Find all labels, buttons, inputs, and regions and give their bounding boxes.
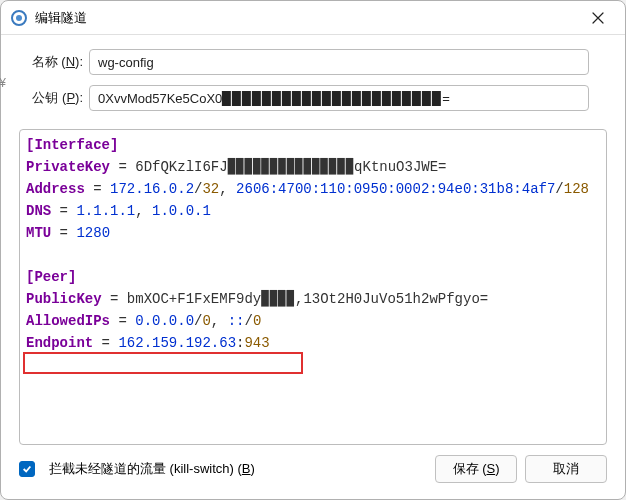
edit-tunnel-dialog: 编辑隧道 P¥ 名称 (N): 公钥 (P): [Interface] Priv… xyxy=(0,0,626,500)
window-title: 编辑隧道 xyxy=(35,9,87,27)
side-label: P¥ xyxy=(0,76,6,90)
name-label: 名称 (N): xyxy=(1,53,89,71)
svg-point-0 xyxy=(16,15,22,21)
close-button[interactable] xyxy=(575,1,621,35)
check-icon xyxy=(22,464,32,474)
footer: 拦截未经隧道的流量 (kill-switch) (B) 保存 (S) 取消 xyxy=(1,445,625,493)
titlebar: 编辑隧道 xyxy=(1,1,625,35)
form-area: 名称 (N): 公钥 (P): xyxy=(1,35,625,129)
pubkey-label: 公钥 (P): xyxy=(1,89,89,107)
app-icon xyxy=(11,10,27,26)
cancel-button[interactable]: 取消 xyxy=(525,455,607,483)
kill-switch-label: 拦截未经隧道的流量 (kill-switch) (B) xyxy=(49,460,255,478)
close-icon xyxy=(592,12,604,24)
config-textarea[interactable]: [Interface] PrivateKey = 6DfQKzlI6FJ▉▉▉▉… xyxy=(19,129,607,445)
save-button[interactable]: 保存 (S) xyxy=(435,455,517,483)
kill-switch-checkbox[interactable] xyxy=(19,461,35,477)
name-input[interactable] xyxy=(89,49,589,75)
pubkey-input[interactable] xyxy=(89,85,589,111)
highlight-box xyxy=(23,352,303,374)
